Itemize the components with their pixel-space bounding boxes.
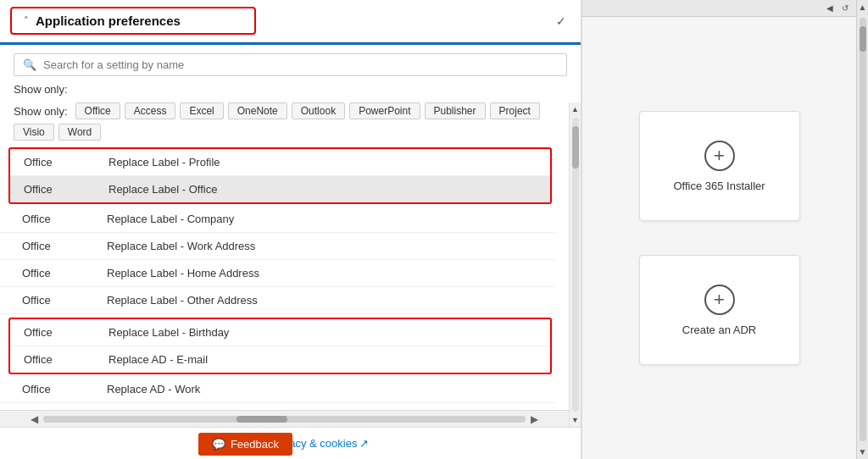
- outer-scroll-track: [860, 18, 866, 441]
- list-item[interactable]: Office Replace AD - Work2: [0, 403, 555, 410]
- filter-tag-word[interactable]: Word: [58, 124, 101, 141]
- list-item[interactable]: Office Replace Label - Company: [0, 206, 555, 233]
- right-panel-toolbar: ◀ ↺: [582, 0, 856, 17]
- list-area[interactable]: Office Replace Label - Profile Office Re…: [0, 146, 569, 410]
- create-adr-card[interactable]: + Create an ADR: [639, 255, 800, 365]
- horizontal-scrollbar[interactable]: ◀ ▶: [0, 410, 569, 427]
- scroll-left-arrow[interactable]: ◀: [25, 413, 43, 425]
- scroll-up-btn[interactable]: ▲: [571, 102, 579, 116]
- feedback-button[interactable]: 💬 Feedback: [198, 433, 292, 456]
- office-installer-label: Office 365 Installer: [673, 180, 765, 192]
- filter-label-inner: Show only:: [14, 105, 68, 118]
- scroll-right-arrow[interactable]: ▶: [526, 413, 543, 425]
- create-adr-icon: +: [704, 285, 735, 315]
- title-box: ˄ Application preferences: [10, 7, 256, 35]
- list-item[interactable]: Office Replace Label - Profile: [10, 149, 550, 176]
- list-item[interactable]: Office Replace Label - Birthday: [10, 319, 550, 346]
- outer-right-scrollbar[interactable]: ▲ ▼: [856, 0, 868, 459]
- filter-tag-excel[interactable]: Excel: [180, 102, 223, 119]
- feedback-label: Feedback: [231, 438, 279, 451]
- header-actions: ✓: [552, 13, 570, 30]
- privacy-icon: ↗: [359, 437, 369, 450]
- list-item[interactable]: Office Replace AD - Work: [0, 376, 555, 403]
- search-wrapper[interactable]: 🔍: [14, 53, 567, 76]
- filter-tag-project[interactable]: Project: [490, 102, 540, 119]
- search-input[interactable]: [43, 58, 558, 71]
- outer-scroll-thumb[interactable]: [860, 26, 866, 52]
- office-installer-icon: +: [704, 141, 735, 171]
- vscroll-track: [572, 118, 579, 412]
- filter-tag-powerpoint[interactable]: PowerPoint: [349, 102, 420, 119]
- vertical-scrollbar[interactable]: ▲ ▼: [569, 102, 581, 427]
- outer-scroll-up[interactable]: ▲: [859, 0, 867, 14]
- list-item[interactable]: Office Replace Label - Office: [10, 176, 550, 202]
- outer-scroll-down[interactable]: ▼: [859, 445, 867, 459]
- right-toolbar-arrow1[interactable]: ◀: [824, 3, 836, 14]
- hscroll-thumb[interactable]: [236, 416, 287, 423]
- right-panel-cards: + Office 365 Installer + Create an ADR: [582, 17, 856, 459]
- hscroll-track[interactable]: [43, 416, 526, 423]
- scroll-down-btn[interactable]: ▼: [571, 413, 579, 427]
- header: ˄ Application preferences ✓: [0, 0, 581, 42]
- filter-tag-office[interactable]: Office: [75, 102, 120, 119]
- list-item[interactable]: Office Replace Label - Other Address: [0, 287, 555, 314]
- filter-tag-visio[interactable]: Visio: [14, 124, 54, 141]
- search-icon: 🔍: [23, 58, 36, 71]
- filter-tag-access[interactable]: Access: [125, 102, 176, 119]
- search-bar: 🔍: [0, 45, 581, 83]
- filter-row: Show only:: [0, 83, 581, 102]
- collapse-chevron[interactable]: ˄: [24, 15, 29, 26]
- bordered-group-bottom: Office Replace Label - Birthday Office R…: [8, 318, 552, 374]
- confirm-button[interactable]: ✓: [552, 13, 570, 30]
- filter-tag-publisher[interactable]: Publisher: [425, 102, 486, 119]
- list-item[interactable]: Office Replace Label - Home Address: [0, 260, 555, 287]
- filter-tag-outlook[interactable]: Outlook: [292, 102, 345, 119]
- vscroll-thumb[interactable]: [572, 126, 579, 169]
- footer: Legal ↗ | Privacy & cookies ↗ 💬 Feedback: [0, 427, 581, 459]
- office-installer-card[interactable]: + Office 365 Installer: [639, 111, 800, 221]
- filter-label: Show only:: [14, 83, 68, 96]
- list-section: Show only:OfficeAccessExcelOneNoteOutloo…: [0, 102, 569, 427]
- filter-tag-onenote[interactable]: OneNote: [228, 102, 287, 119]
- right-toolbar-refresh[interactable]: ↺: [839, 3, 851, 14]
- list-item[interactable]: Office Replace AD - E-mail: [10, 346, 550, 373]
- create-adr-label: Create an ADR: [682, 324, 756, 336]
- feedback-icon: 💬: [212, 438, 225, 451]
- page-title: Application preferences: [36, 14, 181, 28]
- right-panel: ◀ ↺ + Office 365 Installer + Create an A…: [581, 0, 856, 459]
- filter-tags: Show only:OfficeAccessExcelOneNoteOutloo…: [0, 102, 569, 146]
- bordered-group-top: Office Replace Label - Profile Office Re…: [8, 147, 552, 204]
- list-item[interactable]: Office Replace Label - Work Address: [0, 233, 555, 260]
